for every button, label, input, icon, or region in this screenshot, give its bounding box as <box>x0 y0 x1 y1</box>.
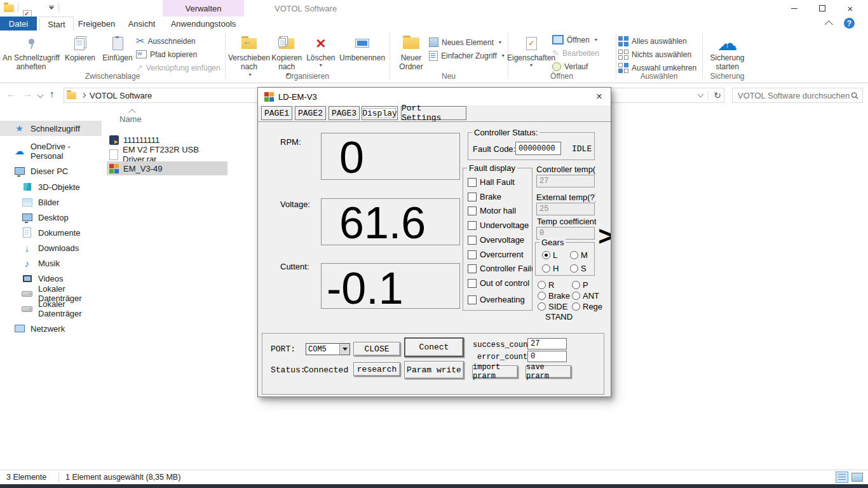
checkbox-icon[interactable] <box>468 178 477 187</box>
error-count-value[interactable]: 0 <box>527 351 567 362</box>
radio-gear-m[interactable]: M <box>570 250 588 260</box>
radio-icon[interactable] <box>570 264 578 273</box>
fault-checkbox-hall-fault[interactable]: Hall Fault <box>468 177 532 187</box>
fault-checkbox-overvoltage[interactable]: Overvoltage <box>468 235 532 245</box>
checkbox-icon[interactable] <box>468 264 477 273</box>
save-param-button[interactable]: save prarm <box>526 365 571 378</box>
back-icon[interactable]: ← <box>6 89 16 98</box>
tab-start[interactable]: Start <box>39 17 74 31</box>
column-header-name[interactable]: Name <box>119 114 142 124</box>
checkbox-icon[interactable] <box>468 295 477 304</box>
fault-checkbox-brake[interactable]: Brake <box>468 192 532 201</box>
copy-to-button[interactable]: Kopieren nach <box>268 32 305 78</box>
search-box[interactable] <box>732 88 863 103</box>
cut-button[interactable]: ✂ Ausschneiden <box>136 34 220 48</box>
radio-gear-h[interactable]: H <box>542 264 559 273</box>
help-button[interactable]: ? <box>844 18 855 29</box>
rename-button[interactable]: Umbenennen <box>336 32 388 63</box>
radio-icon[interactable] <box>542 264 550 273</box>
properties-button[interactable]: ✓ Eigenschaften <box>510 32 552 68</box>
address-dropdown-icon[interactable] <box>698 92 704 98</box>
file-row-selected[interactable]: EM_V3-49 <box>107 161 227 175</box>
tab-port-settings[interactable]: Port Settings <box>401 106 466 120</box>
new-folder-button[interactable]: Neuer Ordner <box>393 32 429 72</box>
checkbox-icon[interactable] <box>468 279 477 288</box>
verwalten-context-tab[interactable]: Verwalten <box>163 0 244 17</box>
fault-checkbox-controller-failure[interactable]: Controller Failure <box>468 264 532 273</box>
tab-datei[interactable]: Datei <box>0 17 37 30</box>
tab-display[interactable]: Display <box>362 106 398 120</box>
pin-to-quick-access-button[interactable]: An Schnellzugriff anheften <box>1 32 61 72</box>
radio-p[interactable]: P <box>572 280 588 290</box>
refresh-icon[interactable]: ↻ <box>714 90 721 100</box>
details-view-button[interactable] <box>836 471 848 483</box>
qat-folder-icon[interactable] <box>4 4 14 12</box>
fault-checkbox-out-of-control[interactable]: Out of control <box>468 278 532 288</box>
tab-page3[interactable]: PAGE3 <box>329 106 360 120</box>
radio-icon[interactable] <box>572 302 580 311</box>
copy-path-button[interactable]: Pfad kopieren <box>136 48 220 61</box>
search-icon[interactable] <box>851 92 858 100</box>
close-port-button[interactable]: CLOSE <box>353 342 400 356</box>
controller-temp-value[interactable]: 27 <box>536 175 595 187</box>
sidebar-item-desktop[interactable]: Desktop <box>0 210 102 225</box>
fault-code-value[interactable]: 00000000 <box>515 142 561 155</box>
search-input[interactable] <box>736 90 851 101</box>
sidebar-item-music[interactable]: ♪ Musik <box>0 255 102 271</box>
radio-icon[interactable] <box>538 292 546 300</box>
close-button[interactable]: × <box>836 0 864 17</box>
recent-locations-icon[interactable] <box>37 92 44 98</box>
up-icon[interactable]: ↑ <box>50 89 55 98</box>
success-count-value[interactable]: 27 <box>527 338 567 349</box>
dialog-close-button[interactable]: × <box>593 90 606 103</box>
port-combo[interactable]: COM5 <box>306 343 350 355</box>
start-backup-button[interactable]: ☁↑ Sicherung starten <box>703 32 751 72</box>
select-all-button[interactable]: Alles auswählen <box>618 34 696 48</box>
radio-ant[interactable]: ANT <box>572 291 599 301</box>
radio-icon[interactable] <box>572 292 580 300</box>
radio-rege[interactable]: Rege <box>572 302 602 311</box>
sidebar-item-quick-access[interactable]: ★ Schnellzugriff <box>0 121 102 136</box>
research-button[interactable]: research <box>353 362 400 376</box>
fault-checkbox-motor-hall[interactable]: Motor hall <box>468 206 532 215</box>
file-row[interactable]: EM V2 FT232R USB Driver.rar <box>107 147 227 161</box>
tab-freigeben[interactable]: Freigeben <box>72 17 121 30</box>
qat-customize-icon[interactable] <box>48 6 55 10</box>
paste-button[interactable]: Einfügen <box>99 32 136 63</box>
radio-r[interactable]: R <box>538 280 554 290</box>
open-button[interactable]: Öffnen <box>552 33 599 46</box>
breadcrumb[interactable]: VOTOL Software <box>90 91 152 100</box>
radio-icon[interactable] <box>538 281 546 289</box>
collapse-ribbon-icon[interactable] <box>825 20 833 29</box>
new-item-button[interactable]: Neues Element <box>429 36 505 49</box>
easy-access-button[interactable]: Einfacher Zugriff <box>429 49 505 62</box>
radio-side-stand[interactable]: SIDE <box>538 302 567 311</box>
sidebar-item-3d-objects[interactable]: 3D-Objekte <box>0 179 102 194</box>
history-button[interactable]: Verlauf <box>552 60 599 73</box>
tab-page1[interactable]: PAGE1 <box>261 106 292 120</box>
radio-icon[interactable] <box>572 281 580 289</box>
delete-button[interactable]: × Löschen <box>305 32 336 68</box>
thumbnails-view-button[interactable] <box>851 471 864 483</box>
fault-checkbox-overcurrent[interactable]: Overcurrent <box>468 250 532 259</box>
param-write-button[interactable]: Param write <box>404 361 464 379</box>
sidebar-item-onedrive[interactable]: ☁ OneDrive - Personal <box>0 144 102 159</box>
fault-checkbox-undervoltage[interactable]: Undervoltage <box>468 220 532 230</box>
combo-dropdown-icon[interactable] <box>339 344 349 355</box>
sidebar-item-network[interactable]: Netzwerk <box>0 321 102 336</box>
radio-icon[interactable] <box>538 302 546 311</box>
sidebar-item-local-disk-2[interactable]: Lokaler Datenträger <box>0 301 102 316</box>
expand-arrow[interactable]: > <box>598 225 611 252</box>
forward-icon[interactable]: → <box>23 89 32 98</box>
import-param-button[interactable]: import prarm <box>472 365 518 378</box>
connect-button[interactable]: Conect <box>404 337 464 357</box>
radio-gear-l[interactable]: L <box>542 250 557 260</box>
checkbox-icon[interactable] <box>468 221 477 230</box>
move-to-button[interactable]: ← Verschieben nach <box>230 32 268 78</box>
tab-page2[interactable]: PAGE2 <box>295 106 326 120</box>
checkbox-icon[interactable] <box>468 250 477 259</box>
checkbox-icon[interactable] <box>468 207 477 215</box>
minimize-button[interactable] <box>780 0 808 17</box>
radio-brake[interactable]: Brake <box>538 291 570 301</box>
sidebar-item-documents[interactable]: Dokumente <box>0 225 102 240</box>
